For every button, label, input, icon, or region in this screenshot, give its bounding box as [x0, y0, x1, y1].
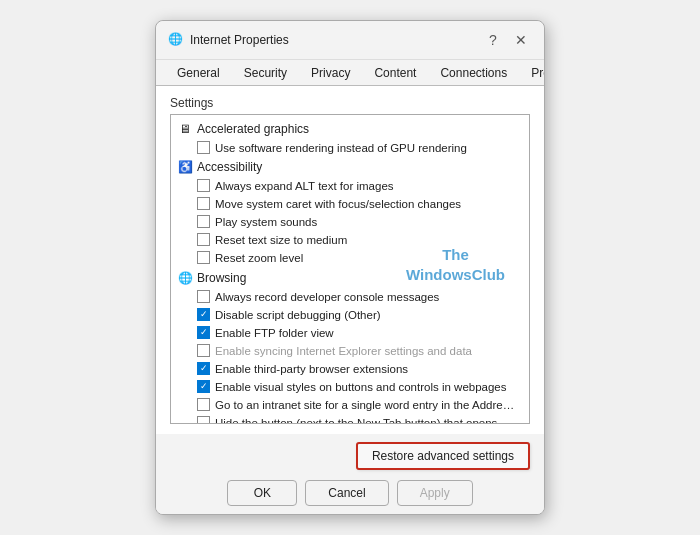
- item-label: Always record developer console messages: [215, 289, 523, 305]
- checkbox-system-caret[interactable]: [197, 197, 210, 210]
- settings-label: Settings: [170, 96, 530, 110]
- internet-properties-dialog: 🌐 Internet Properties ? ✕ General Securi…: [155, 20, 545, 515]
- checkbox-hide-btn[interactable]: [197, 416, 210, 424]
- list-item: Reset text size to medium: [173, 231, 527, 249]
- checkbox-reset-text[interactable]: [197, 233, 210, 246]
- checkbox-intranet[interactable]: [197, 398, 210, 411]
- list-item: Enable syncing Internet Explorer setting…: [173, 342, 527, 360]
- list-item: Enable visual styles on buttons and cont…: [173, 378, 527, 396]
- item-label: Reset zoom level: [215, 250, 523, 266]
- list-item: Use software rendering instead of GPU re…: [173, 139, 527, 157]
- globe-icon: 🌐: [177, 270, 193, 286]
- checkbox-visual-styles[interactable]: [197, 380, 210, 393]
- category-browsing: 🌐 Browsing: [173, 268, 527, 288]
- list-item: Disable script debugging (Other): [173, 306, 527, 324]
- list-item: Go to an intranet site for a single word…: [173, 396, 527, 414]
- category-accessibility: ♿ Accessibility: [173, 157, 527, 177]
- list-item: Hide the button (next to the New Tab but…: [173, 414, 527, 424]
- accessibility-icon: ♿: [177, 159, 193, 175]
- item-label: Enable syncing Internet Explorer setting…: [215, 343, 523, 359]
- list-item: Always expand ALT text for images: [173, 177, 527, 195]
- item-label: Go to an intranet site for a single word…: [215, 397, 523, 413]
- ok-button[interactable]: OK: [227, 480, 297, 506]
- item-label: Disable script debugging (Other): [215, 307, 523, 323]
- list-item: Move system caret with focus/selection c…: [173, 195, 527, 213]
- checkbox-sync-ie[interactable]: [197, 344, 210, 357]
- monitor-icon: 🖥: [177, 121, 193, 137]
- checkbox-ftp-folder[interactable]: [197, 326, 210, 339]
- title-bar: 🌐 Internet Properties ? ✕: [156, 21, 544, 60]
- dialog-icon: 🌐: [168, 32, 184, 48]
- title-bar-controls: ? ✕: [482, 29, 532, 51]
- list-item: Always record developer console messages: [173, 288, 527, 306]
- checkbox-disable-script[interactable]: [197, 308, 210, 321]
- cancel-button[interactable]: Cancel: [305, 480, 388, 506]
- dialog-title: Internet Properties: [190, 33, 289, 47]
- bottom-section: Restore advanced settings OK Cancel Appl…: [156, 434, 544, 514]
- list-item: Enable FTP folder view: [173, 324, 527, 342]
- item-label: Hide the button (next to the New Tab but…: [215, 415, 523, 424]
- tab-security[interactable]: Security: [233, 60, 298, 86]
- restore-btn-row: Restore advanced settings: [170, 442, 530, 470]
- item-label: Enable FTP folder view: [215, 325, 523, 341]
- checkbox-reset-zoom[interactable]: [197, 251, 210, 264]
- item-label: Use software rendering instead of GPU re…: [215, 140, 523, 156]
- close-button[interactable]: ✕: [510, 29, 532, 51]
- tab-privacy[interactable]: Privacy: [300, 60, 361, 86]
- category-accelerated-graphics: 🖥 Accelerated graphics: [173, 119, 527, 139]
- list-item: Play system sounds: [173, 213, 527, 231]
- tab-bar: General Security Privacy Content Connect…: [156, 60, 544, 86]
- apply-button[interactable]: Apply: [397, 480, 473, 506]
- checkbox-dev-console[interactable]: [197, 290, 210, 303]
- checkbox-software-rendering[interactable]: [197, 141, 210, 154]
- item-label: Always expand ALT text for images: [215, 178, 523, 194]
- action-buttons: OK Cancel Apply: [170, 480, 530, 506]
- tab-content[interactable]: Content: [363, 60, 427, 86]
- help-button[interactable]: ?: [482, 29, 504, 51]
- category-label: Accelerated graphics: [197, 122, 309, 136]
- category-label: Browsing: [197, 271, 246, 285]
- restore-advanced-settings-button[interactable]: Restore advanced settings: [356, 442, 530, 470]
- tab-programs[interactable]: Programs: [520, 60, 545, 86]
- checkbox-third-party[interactable]: [197, 362, 210, 375]
- title-bar-left: 🌐 Internet Properties: [168, 32, 289, 48]
- checkbox-expand-alt[interactable]: [197, 179, 210, 192]
- item-label: Play system sounds: [215, 214, 523, 230]
- category-label: Accessibility: [197, 160, 262, 174]
- list-item: Reset zoom level: [173, 249, 527, 267]
- dialog-body: Settings 🖥 Accelerated graphics Use soft…: [156, 86, 544, 434]
- tab-connections[interactable]: Connections: [429, 60, 518, 86]
- list-item: Enable third-party browser extensions: [173, 360, 527, 378]
- item-label: Enable third-party browser extensions: [215, 361, 523, 377]
- settings-list[interactable]: 🖥 Accelerated graphics Use software rend…: [170, 114, 530, 424]
- item-label: Move system caret with focus/selection c…: [215, 196, 523, 212]
- item-label: Enable visual styles on buttons and cont…: [215, 379, 523, 395]
- item-label: Reset text size to medium: [215, 232, 523, 248]
- checkbox-play-sounds[interactable]: [197, 215, 210, 228]
- tab-general[interactable]: General: [166, 60, 231, 86]
